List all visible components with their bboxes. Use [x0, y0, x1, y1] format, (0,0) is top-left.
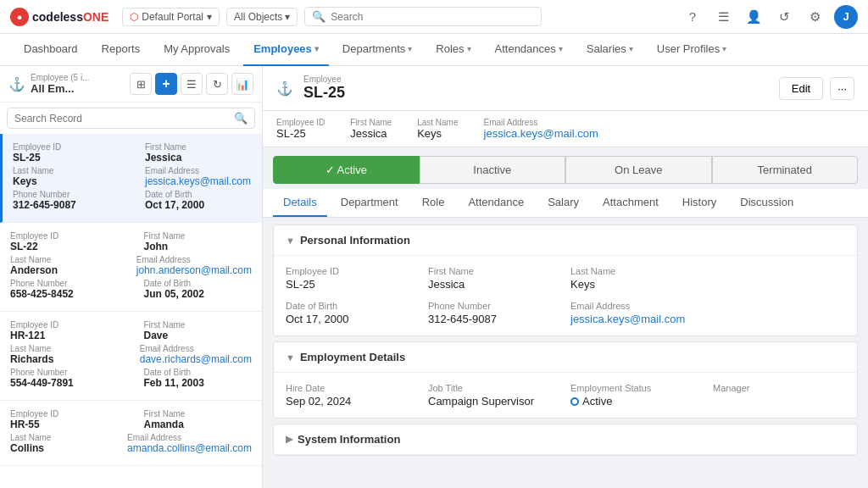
- system-info-header[interactable]: ▶ System Information: [274, 424, 857, 455]
- nav-employees[interactable]: Employees▾: [243, 34, 329, 66]
- tab-attachment[interactable]: Attachment: [593, 189, 669, 217]
- meta-fname: First Name Jessica: [350, 118, 392, 140]
- objects-button[interactable]: All Objects ▾: [226, 8, 298, 26]
- nav-approvals[interactable]: My Approvals: [153, 34, 240, 66]
- employee-list-title: All Em...: [31, 82, 125, 95]
- search-icon: 🔍: [312, 10, 326, 23]
- nav-dashboard[interactable]: Dashboard: [14, 34, 88, 66]
- avatar[interactable]: J: [834, 5, 858, 29]
- field-hire-date: Hire Date Sep 02, 2024: [286, 383, 418, 408]
- meta-email-label: Email Address: [484, 118, 598, 127]
- history-icon[interactable]: ↺: [773, 6, 795, 28]
- grid-view-btn[interactable]: ⊞: [130, 73, 152, 95]
- global-search[interactable]: 🔍: [304, 7, 542, 26]
- employment-details-title: Employment Details: [300, 351, 405, 363]
- meta-lname-value: Keys: [417, 127, 458, 140]
- emp-id: SL-25: [13, 152, 120, 164]
- id-label: Employee ID: [10, 409, 119, 419]
- detail-title: SL-25: [303, 84, 769, 102]
- emp-dob: Jun 05, 2002: [144, 288, 253, 300]
- more-button[interactable]: ···: [830, 77, 854, 100]
- status-onleave-btn[interactable]: On Leave: [565, 156, 712, 184]
- emp-email: john.anderson@mail.com: [136, 264, 252, 276]
- nav-user-profiles[interactable]: User Profiles▾: [647, 34, 737, 66]
- detail-actions: Edit ···: [779, 77, 854, 100]
- detail-meta: Employee ID SL-25 First Name Jessica Las…: [263, 111, 868, 147]
- employment-details-header[interactable]: ▼ Employment Details: [274, 342, 857, 373]
- meta-fname-value: Jessica: [350, 127, 392, 140]
- status-inactive-btn[interactable]: Inactive: [420, 156, 566, 184]
- lname-label: Last Name: [10, 433, 102, 442]
- field-last-name: Last Name Keys: [570, 266, 703, 291]
- list-item[interactable]: Employee IDHR-55 First NameAmanda Last N…: [0, 401, 262, 466]
- lname-label: Last Name: [10, 255, 111, 264]
- logo-text: codelessONE: [32, 10, 108, 24]
- user-profiles-arrow: ▾: [722, 44, 726, 53]
- detail-header: ⚓ Employee SL-25 Edit ···: [263, 66, 868, 111]
- tab-details[interactable]: Details: [273, 189, 327, 217]
- emp-lname: Keys: [13, 175, 120, 187]
- list-view-btn[interactable]: ☰: [181, 73, 203, 95]
- tab-history[interactable]: History: [672, 189, 726, 217]
- system-chevron: ▶: [286, 434, 292, 445]
- tab-department[interactable]: Department: [331, 189, 409, 217]
- nav-attendances[interactable]: Attendances▾: [485, 34, 573, 66]
- tab-role[interactable]: Role: [412, 189, 455, 217]
- departments-arrow: ▾: [408, 44, 412, 53]
- field-manager: Manager: [713, 383, 845, 408]
- field-email-label: Email Address: [570, 301, 703, 311]
- objects-arrow: ▾: [285, 11, 290, 23]
- status-text: Active: [582, 395, 612, 408]
- search-input[interactable]: [331, 11, 534, 23]
- email-label: Email Address: [136, 255, 252, 264]
- system-info-title: System Information: [298, 433, 400, 446]
- portal-button[interactable]: ⬡ Default Portal ▾: [122, 8, 220, 26]
- list-item[interactable]: Employee IDSL-22 First NameJohn Last Nam…: [0, 223, 262, 312]
- fname-label: First Name: [144, 320, 253, 330]
- chart-btn[interactable]: 📊: [231, 73, 253, 95]
- phone-label: Phone Number: [10, 368, 119, 377]
- personal-info-header[interactable]: ▼ Personal Information: [274, 225, 857, 256]
- meta-lname-label: Last Name: [417, 118, 458, 127]
- tab-attendance[interactable]: Attendance: [458, 189, 534, 217]
- topbar: ● codelessONE ⬡ Default Portal ▾ All Obj…: [0, 0, 868, 34]
- nav-salaries[interactable]: Salaries▾: [576, 34, 643, 66]
- menu-icon[interactable]: ☰: [712, 6, 734, 28]
- users-icon[interactable]: 👤: [743, 6, 765, 28]
- topbar-icons: ? ☰ 👤 ↺ ⚙ J: [682, 5, 858, 29]
- emp-fname: Jessica: [145, 152, 252, 164]
- nav-roles[interactable]: Roles▾: [426, 34, 481, 66]
- meta-id: Employee ID SL-25: [276, 118, 325, 140]
- system-info-section: ▶ System Information: [273, 424, 858, 456]
- emp-phone: 554-449-7891: [10, 377, 119, 389]
- nav-departments[interactable]: Departments▾: [332, 34, 422, 66]
- search-record-input[interactable]: [14, 113, 229, 125]
- id-label: Employee ID: [10, 231, 119, 241]
- portal-label: Default Portal: [142, 11, 203, 23]
- personal-info-section: ▼ Personal Information Employee ID SL-25…: [273, 225, 858, 336]
- settings-icon[interactable]: ⚙: [804, 6, 826, 28]
- id-label: Employee ID: [10, 320, 119, 330]
- email-label: Email Address: [127, 433, 252, 442]
- search-record[interactable]: 🔍: [7, 108, 255, 129]
- tab-salary[interactable]: Salary: [537, 189, 589, 217]
- emp-email: dave.richards@mail.com: [140, 353, 252, 365]
- status-terminated-btn[interactable]: Terminated: [712, 156, 859, 184]
- add-employee-btn[interactable]: +: [155, 73, 177, 95]
- field-employee-id-value: SL-25: [286, 278, 418, 291]
- tab-discussion[interactable]: Discussion: [730, 189, 804, 217]
- help-icon[interactable]: ?: [682, 6, 704, 28]
- status-active-btn[interactable]: ✓ Active: [273, 156, 420, 184]
- list-item[interactable]: Employee IDSL-25 First NameJessica Last …: [0, 134, 262, 223]
- refresh-btn[interactable]: ↻: [206, 73, 228, 95]
- nav-reports[interactable]: Reports: [92, 34, 151, 66]
- edit-button[interactable]: Edit: [779, 77, 823, 100]
- email-label: Email Address: [145, 166, 252, 175]
- left-header: ⚓ Employee (5 i... All Em... ⊞ + ☰ ↻ 📊: [0, 66, 262, 103]
- list-item[interactable]: Employee IDHR-121 First NameDave Last Na…: [0, 312, 262, 401]
- objects-label: All Objects: [234, 11, 282, 23]
- phone-label: Phone Number: [10, 279, 119, 288]
- dob-label: Date of Birth: [145, 190, 252, 199]
- phone-label: Phone Number: [13, 190, 120, 199]
- detail-tabs: Details Department Role Attendance Salar…: [263, 189, 868, 218]
